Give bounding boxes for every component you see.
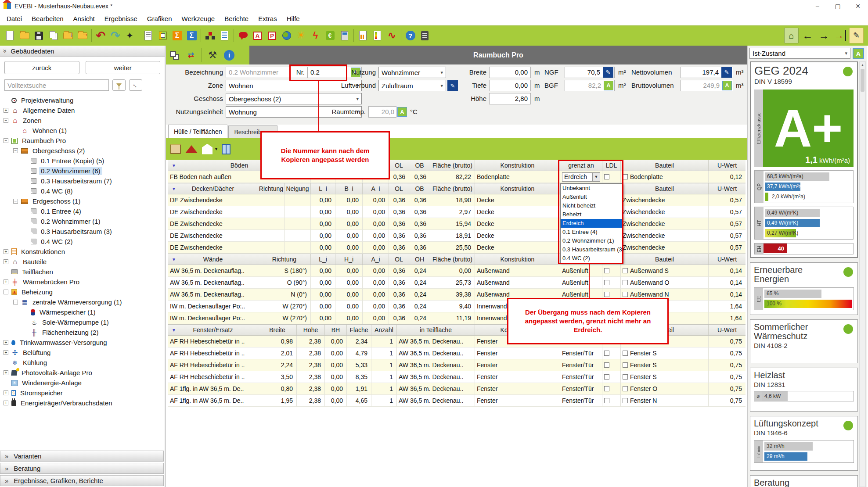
tree-item[interactable]: Wärmespeicher (1) bbox=[0, 307, 165, 317]
toolbar-icon[interactable] bbox=[137, 28, 141, 43]
dropdown-option[interactable]: Beheizt bbox=[561, 210, 623, 219]
tree-item[interactable]: + Bauteile bbox=[0, 257, 165, 267]
toolbar-icon[interactable] bbox=[399, 28, 403, 43]
toolbar-icon[interactable] bbox=[356, 28, 370, 43]
collapse-tree-button[interactable]: ↔ bbox=[129, 79, 142, 91]
tree-expander[interactable]: + bbox=[4, 108, 8, 113]
tree-item[interactable]: + Konstruktionen bbox=[0, 247, 165, 257]
dropdown-option[interactable]: Außenluft bbox=[561, 193, 623, 201]
close-icon[interactable]: ✕ bbox=[848, 0, 868, 12]
toolbar-icon[interactable] bbox=[370, 28, 385, 43]
scroll-up-icon[interactable]: ▲ bbox=[860, 62, 865, 68]
toolbar-icon[interactable] bbox=[3, 28, 17, 43]
back-button[interactable]: zurück bbox=[4, 61, 79, 74]
tree-item[interactable]: + Energieträger/Verbrauchsdaten bbox=[0, 398, 165, 408]
bauteil-checkbox[interactable] bbox=[623, 362, 628, 368]
dropdown-option[interactable]: 0.3 Hausarbeitsraum (3) bbox=[561, 245, 623, 254]
ldl-checkbox[interactable] bbox=[604, 386, 609, 391]
filter-button[interactable] bbox=[112, 79, 126, 91]
tree-item[interactable]: 0.2 Wohnzimmer (1) bbox=[0, 216, 165, 226]
tree-expander[interactable]: + bbox=[4, 249, 8, 254]
tree-item[interactable]: − Obergeschoss (2) bbox=[0, 146, 165, 156]
nutzung-select[interactable]: Wohnzimmer▾ bbox=[378, 67, 446, 78]
bauteil-checkbox[interactable] bbox=[623, 174, 628, 179]
next-button[interactable]: weiter bbox=[86, 61, 161, 74]
minimize-icon[interactable]: – bbox=[807, 0, 828, 12]
copy-room-icon[interactable] bbox=[166, 47, 183, 64]
tree-item[interactable]: Teilflächen bbox=[0, 267, 165, 277]
tree-item[interactable]: + Belüftung bbox=[0, 347, 165, 358]
tree-expander[interactable]: + bbox=[4, 370, 8, 375]
bgf-field[interactable]: 82,2A bbox=[565, 80, 615, 91]
ngf-field[interactable]: 70,5✎ bbox=[565, 67, 615, 78]
tree-item[interactable]: Flächenheizung (2) bbox=[0, 327, 165, 337]
collapsed-panel[interactable]: » Beratung bbox=[0, 463, 164, 474]
tree-expander[interactable]: − bbox=[13, 148, 18, 153]
tree-expander[interactable]: + bbox=[4, 340, 8, 345]
bauteil-checkbox[interactable] bbox=[623, 292, 628, 297]
fenster-row[interactable]: AF RH Hebeschiebetür in .. 3,50 2,38 0,0… bbox=[168, 371, 746, 383]
bauteil-checkbox[interactable] bbox=[623, 351, 628, 356]
menu-item[interactable]: Extras bbox=[253, 13, 282, 24]
tree-item[interactable]: − zentrale Wärmeversorgung (1) bbox=[0, 297, 165, 307]
menu-item[interactable]: Berichte bbox=[220, 13, 253, 24]
tree-item[interactable]: 0.3 Hausarbeitsraum (3) bbox=[0, 226, 165, 236]
tree-item[interactable]: 0.4 WC (2) bbox=[0, 236, 165, 247]
toolbar-icon[interactable] bbox=[141, 28, 155, 43]
toolbar-icon[interactable] bbox=[46, 28, 61, 43]
toolbar-icon[interactable] bbox=[32, 28, 46, 43]
toolbar-icon[interactable] bbox=[418, 28, 432, 43]
toolbar-icon[interactable] bbox=[170, 28, 184, 43]
tree-expander[interactable]: + bbox=[4, 350, 8, 355]
tree-expander[interactable]: + bbox=[4, 390, 8, 395]
scrollbar-thumb[interactable] bbox=[861, 69, 864, 92]
nettovolumen-field[interactable]: 197,4✎ bbox=[681, 67, 733, 78]
tree-item[interactable]: 0.2 Wohnzimmer (6) bbox=[0, 166, 165, 176]
netto-edit-button[interactable]: ✎ bbox=[721, 67, 732, 78]
toolbar-icon[interactable] bbox=[94, 28, 108, 43]
hoehe-field[interactable]: 2,80 bbox=[489, 93, 531, 104]
tree-item[interactable]: + Stromspeicher bbox=[0, 388, 165, 398]
fenster-row[interactable]: AF RH Hebeschiebetür in .. 2,01 2,38 0,0… bbox=[168, 347, 746, 359]
add-roof-icon[interactable] bbox=[185, 145, 198, 153]
bgf-auto-button[interactable]: A bbox=[604, 81, 613, 90]
decken-row[interactable]: DE Zwischendecke 0,00 0,00 0,00 0,36 0,3… bbox=[168, 218, 746, 230]
fenster-row[interactable]: AF 1flg. in AW 36,5 m. De.. 1,95 2,38 0,… bbox=[168, 395, 746, 407]
tree-expander[interactable]: + bbox=[4, 401, 8, 405]
tree-item[interactable]: + Photovoltaik-Anlage Pro bbox=[0, 368, 165, 378]
toolbar-icon[interactable] bbox=[250, 28, 265, 43]
variant-auto-button[interactable]: A bbox=[853, 48, 864, 59]
decken-row[interactable]: DE Zwischendecke 0,00 0,00 0,00 0,36 0,3… bbox=[168, 242, 746, 254]
filter-icon[interactable]: ▼ bbox=[170, 163, 176, 168]
toolbar-icon[interactable] bbox=[122, 28, 137, 43]
ldl-checkbox[interactable] bbox=[604, 374, 609, 380]
menu-item[interactable]: Ansicht bbox=[68, 13, 100, 24]
menu-item[interactable]: Werkzeuge bbox=[177, 13, 220, 24]
toolbar-icon[interactable] bbox=[308, 28, 323, 43]
raumtemp-auto-button[interactable]: A bbox=[397, 107, 407, 117]
toolbar-nav-icon[interactable] bbox=[817, 28, 831, 43]
tree-item[interactable]: Sole-Wärmepumpe (1) bbox=[0, 317, 165, 327]
toolbar-nav-icon[interactable] bbox=[784, 28, 799, 43]
tools-icon[interactable]: ⚒ bbox=[204, 47, 221, 64]
ngf-edit-button[interactable]: ✎ bbox=[603, 67, 613, 78]
tiefe-field[interactable]: 0,00 bbox=[489, 80, 531, 91]
ldl-checkbox[interactable] bbox=[604, 362, 609, 368]
dropdown-option[interactable]: 0.4 WC (2) bbox=[561, 254, 623, 263]
bruttovolumen-field[interactable]: 249,9A bbox=[681, 80, 733, 91]
tree-item[interactable]: 0.3 Hausarbeitsraum (7) bbox=[0, 176, 165, 186]
toolbar-icon[interactable] bbox=[232, 28, 236, 43]
waende-row[interactable]: AW 36,5 m. Deckenauflag.. S (180°) 0,00 … bbox=[168, 265, 746, 277]
filter-icon[interactable]: ▼ bbox=[170, 186, 176, 191]
menu-item[interactable]: Hilfe bbox=[282, 13, 305, 24]
toolbar-icon[interactable] bbox=[108, 28, 122, 43]
ldl-checkbox[interactable] bbox=[604, 280, 609, 285]
tree-expander[interactable]: − bbox=[4, 118, 8, 123]
boeden-row[interactable]: FB Boden nach außen 0,36 0,36 82,22 Bode… bbox=[168, 171, 746, 183]
toolbar-nav-icon[interactable] bbox=[833, 28, 847, 43]
tree-item[interactable]: Windenergie-Anlage bbox=[0, 378, 165, 388]
toolbar-icon[interactable] bbox=[90, 28, 94, 43]
menu-item[interactable]: Grafiken bbox=[142, 13, 177, 24]
collapsed-panel[interactable]: » Ergebnisse, Grafiken, Berichte bbox=[0, 475, 164, 486]
decken-row[interactable]: DE Zwischendecke 0,00 0,00 0,00 0,36 0,3… bbox=[168, 230, 746, 242]
